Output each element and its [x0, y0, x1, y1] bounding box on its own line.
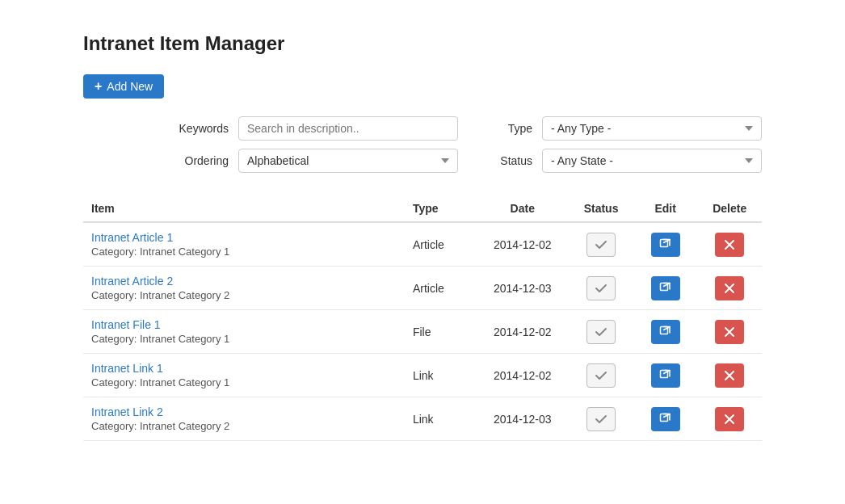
col-header-status: Status	[569, 195, 633, 222]
x-icon	[724, 283, 735, 294]
table-row: Intranet Link 2 Category: Intranet Categ…	[83, 397, 762, 441]
cell-date: 2014-12-02	[476, 310, 569, 354]
x-icon	[724, 326, 735, 338]
cell-type: File	[405, 310, 476, 354]
table-row: Intranet Article 1 Category: Intranet Ca…	[83, 222, 762, 267]
edit-button[interactable]	[651, 407, 680, 431]
checkmark-icon	[595, 326, 607, 338]
cell-edit	[633, 222, 698, 267]
delete-button[interactable]	[715, 407, 744, 431]
x-icon	[724, 414, 735, 425]
x-icon	[724, 239, 735, 250]
edit-button[interactable]	[651, 320, 680, 344]
delete-button[interactable]	[715, 233, 744, 257]
cell-status	[569, 267, 633, 310]
delete-button[interactable]	[715, 320, 744, 344]
keywords-input[interactable]	[238, 116, 458, 141]
cell-date: 2014-12-03	[476, 267, 569, 310]
cell-date: 2014-12-02	[476, 354, 569, 397]
status-toggle-button[interactable]	[586, 233, 616, 257]
ordering-label: Ordering	[185, 154, 229, 167]
checkmark-icon	[595, 413, 607, 426]
col-header-item: Item	[83, 195, 405, 222]
edit-icon	[659, 369, 672, 382]
col-header-type: Type	[405, 195, 476, 222]
checkmark-icon	[595, 238, 607, 251]
cell-status	[569, 397, 633, 441]
ordering-select[interactable]: Alphabetical Date Title Hits	[238, 149, 458, 173]
cell-item: Intranet Article 2 Category: Intranet Ca…	[83, 267, 405, 310]
cell-delete	[697, 397, 762, 441]
status-toggle-button[interactable]	[586, 363, 616, 388]
delete-button[interactable]	[715, 363, 744, 388]
plus-icon: +	[95, 80, 102, 93]
cell-edit	[633, 267, 698, 310]
edit-icon	[659, 413, 672, 426]
edit-icon	[659, 282, 672, 295]
checkmark-icon	[595, 369, 607, 382]
edit-icon	[659, 238, 672, 251]
cell-status	[569, 310, 633, 354]
status-label: Status	[500, 154, 532, 167]
table-row: Intranet File 1 Category: Intranet Categ…	[83, 310, 762, 354]
item-link[interactable]: Intranet File 1	[91, 318, 397, 331]
item-category: Category: Intranet Category 1	[91, 333, 397, 345]
cell-type: Article	[405, 222, 476, 267]
item-category: Category: Intranet Category 1	[91, 246, 397, 258]
keywords-label: Keywords	[179, 122, 229, 135]
filters-section: Keywords Type - Any Type - Article File …	[83, 116, 762, 173]
cell-delete	[697, 354, 762, 397]
cell-item: Intranet Link 2 Category: Intranet Categ…	[83, 397, 405, 441]
checkmark-icon	[595, 282, 607, 295]
status-toggle-button[interactable]	[586, 276, 616, 300]
item-link[interactable]: Intranet Link 1	[91, 362, 397, 375]
x-icon	[724, 370, 735, 381]
col-header-edit: Edit	[633, 195, 698, 222]
status-toggle-button[interactable]	[586, 320, 616, 344]
cell-edit	[633, 354, 698, 397]
status-toggle-button[interactable]	[586, 407, 616, 431]
table-row: Intranet Link 1 Category: Intranet Categ…	[83, 354, 762, 397]
col-header-delete: Delete	[697, 195, 762, 222]
cell-type: Link	[405, 354, 476, 397]
delete-button[interactable]	[715, 276, 744, 300]
cell-type: Article	[405, 267, 476, 310]
cell-delete	[697, 222, 762, 267]
cell-status	[569, 354, 633, 397]
cell-item: Intranet Link 1 Category: Intranet Categ…	[83, 354, 405, 397]
cell-edit	[633, 397, 698, 441]
add-new-label: Add New	[107, 80, 153, 93]
items-table: Item Type Date Status Edit Delete Intran…	[83, 195, 762, 441]
cell-edit	[633, 310, 698, 354]
edit-button[interactable]	[651, 276, 680, 300]
cell-date: 2014-12-02	[476, 222, 569, 267]
type-label: Type	[508, 122, 532, 135]
cell-item: Intranet Article 1 Category: Intranet Ca…	[83, 222, 405, 267]
cell-item: Intranet File 1 Category: Intranet Categ…	[83, 310, 405, 354]
item-category: Category: Intranet Category 2	[91, 289, 397, 301]
item-link[interactable]: Intranet Link 2	[91, 405, 397, 418]
cell-type: Link	[405, 397, 476, 441]
status-select[interactable]: - Any State - Published Unpublished	[542, 149, 762, 173]
cell-status	[569, 222, 633, 267]
item-category: Category: Intranet Category 1	[91, 376, 397, 388]
table-header-row: Item Type Date Status Edit Delete	[83, 195, 762, 222]
table-row: Intranet Article 2 Category: Intranet Ca…	[83, 267, 762, 310]
edit-button[interactable]	[651, 233, 680, 257]
type-select[interactable]: - Any Type - Article File Link	[542, 116, 762, 141]
cell-delete	[697, 267, 762, 310]
item-link[interactable]: Intranet Article 1	[91, 231, 397, 244]
col-header-date: Date	[476, 195, 569, 222]
cell-delete	[697, 310, 762, 354]
edit-icon	[659, 326, 672, 338]
cell-date: 2014-12-03	[476, 397, 569, 441]
page-title: Intranet Item Manager	[83, 32, 762, 55]
page-wrapper: Intranet Item Manager + Add New Keywords…	[35, 0, 810, 473]
edit-button[interactable]	[651, 363, 680, 388]
add-new-button[interactable]: + Add New	[83, 74, 164, 99]
item-category: Category: Intranet Category 2	[91, 420, 397, 432]
item-link[interactable]: Intranet Article 2	[91, 275, 397, 288]
